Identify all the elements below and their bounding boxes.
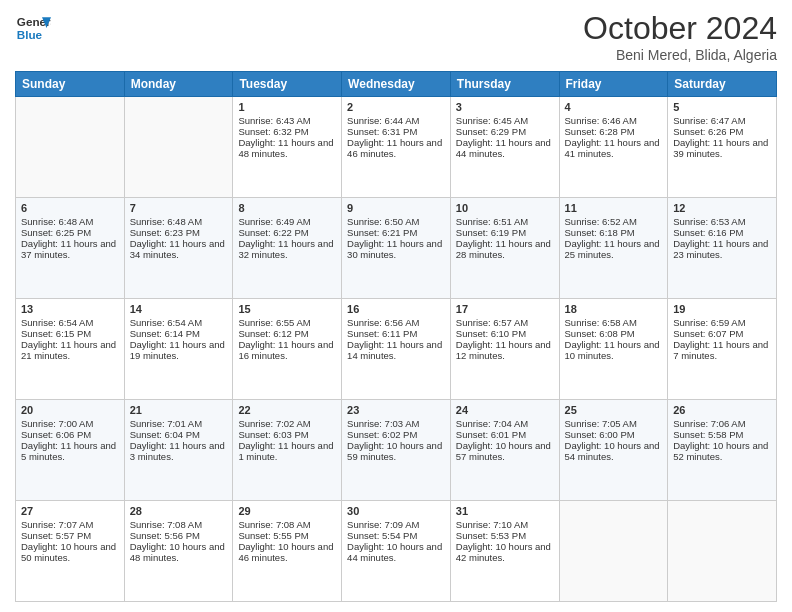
calendar-cell — [559, 501, 668, 602]
daylight-text: Daylight: 11 hours and 46 minutes. — [347, 137, 445, 159]
daylight-text: Daylight: 11 hours and 32 minutes. — [238, 238, 336, 260]
sunset-text: Sunset: 6:23 PM — [130, 227, 228, 238]
sunset-text: Sunset: 6:11 PM — [347, 328, 445, 339]
weekday-header-monday: Monday — [124, 72, 233, 97]
week-row-3: 13Sunrise: 6:54 AMSunset: 6:15 PMDayligh… — [16, 299, 777, 400]
sunrise-text: Sunrise: 7:00 AM — [21, 418, 119, 429]
day-number: 8 — [238, 202, 336, 214]
month-title: October 2024 — [583, 10, 777, 47]
calendar-cell: 17Sunrise: 6:57 AMSunset: 6:10 PMDayligh… — [450, 299, 559, 400]
daylight-text: Daylight: 11 hours and 14 minutes. — [347, 339, 445, 361]
day-number: 19 — [673, 303, 771, 315]
day-number: 25 — [565, 404, 663, 416]
day-number: 24 — [456, 404, 554, 416]
daylight-text: Daylight: 11 hours and 25 minutes. — [565, 238, 663, 260]
sunrise-text: Sunrise: 7:10 AM — [456, 519, 554, 530]
calendar-cell — [668, 501, 777, 602]
daylight-text: Daylight: 11 hours and 30 minutes. — [347, 238, 445, 260]
calendar-cell: 24Sunrise: 7:04 AMSunset: 6:01 PMDayligh… — [450, 400, 559, 501]
sunset-text: Sunset: 6:15 PM — [21, 328, 119, 339]
sunset-text: Sunset: 6:29 PM — [456, 126, 554, 137]
day-number: 30 — [347, 505, 445, 517]
day-number: 22 — [238, 404, 336, 416]
calendar-cell: 29Sunrise: 7:08 AMSunset: 5:55 PMDayligh… — [233, 501, 342, 602]
sunset-text: Sunset: 6:08 PM — [565, 328, 663, 339]
sunset-text: Sunset: 6:04 PM — [130, 429, 228, 440]
day-number: 18 — [565, 303, 663, 315]
calendar-cell: 8Sunrise: 6:49 AMSunset: 6:22 PMDaylight… — [233, 198, 342, 299]
calendar-cell: 5Sunrise: 6:47 AMSunset: 6:26 PMDaylight… — [668, 97, 777, 198]
sunrise-text: Sunrise: 7:09 AM — [347, 519, 445, 530]
weekday-header-sunday: Sunday — [16, 72, 125, 97]
daylight-text: Daylight: 10 hours and 48 minutes. — [130, 541, 228, 563]
day-number: 2 — [347, 101, 445, 113]
sunrise-text: Sunrise: 7:02 AM — [238, 418, 336, 429]
sunset-text: Sunset: 6:03 PM — [238, 429, 336, 440]
sunrise-text: Sunrise: 6:46 AM — [565, 115, 663, 126]
day-number: 28 — [130, 505, 228, 517]
daylight-text: Daylight: 10 hours and 42 minutes. — [456, 541, 554, 563]
calendar-cell: 10Sunrise: 6:51 AMSunset: 6:19 PMDayligh… — [450, 198, 559, 299]
calendar-cell: 31Sunrise: 7:10 AMSunset: 5:53 PMDayligh… — [450, 501, 559, 602]
calendar-cell: 26Sunrise: 7:06 AMSunset: 5:58 PMDayligh… — [668, 400, 777, 501]
sunrise-text: Sunrise: 6:45 AM — [456, 115, 554, 126]
calendar-cell: 9Sunrise: 6:50 AMSunset: 6:21 PMDaylight… — [342, 198, 451, 299]
sunrise-text: Sunrise: 6:54 AM — [21, 317, 119, 328]
sunrise-text: Sunrise: 7:06 AM — [673, 418, 771, 429]
daylight-text: Daylight: 10 hours and 54 minutes. — [565, 440, 663, 462]
weekday-header-tuesday: Tuesday — [233, 72, 342, 97]
weekday-header-saturday: Saturday — [668, 72, 777, 97]
sunrise-text: Sunrise: 7:07 AM — [21, 519, 119, 530]
calendar-cell: 15Sunrise: 6:55 AMSunset: 6:12 PMDayligh… — [233, 299, 342, 400]
weekday-header-friday: Friday — [559, 72, 668, 97]
sunset-text: Sunset: 6:31 PM — [347, 126, 445, 137]
daylight-text: Daylight: 11 hours and 37 minutes. — [21, 238, 119, 260]
weekday-header-thursday: Thursday — [450, 72, 559, 97]
sunrise-text: Sunrise: 6:48 AM — [21, 216, 119, 227]
calendar-cell: 7Sunrise: 6:48 AMSunset: 6:23 PMDaylight… — [124, 198, 233, 299]
weekday-header-row: SundayMondayTuesdayWednesdayThursdayFrid… — [16, 72, 777, 97]
page: General Blue October 2024 Beni Mered, Bl… — [0, 0, 792, 612]
week-row-1: 1Sunrise: 6:43 AMSunset: 6:32 PMDaylight… — [16, 97, 777, 198]
sunset-text: Sunset: 6:00 PM — [565, 429, 663, 440]
calendar-cell: 14Sunrise: 6:54 AMSunset: 6:14 PMDayligh… — [124, 299, 233, 400]
day-number: 10 — [456, 202, 554, 214]
sunrise-text: Sunrise: 6:44 AM — [347, 115, 445, 126]
calendar-cell: 4Sunrise: 6:46 AMSunset: 6:28 PMDaylight… — [559, 97, 668, 198]
day-number: 23 — [347, 404, 445, 416]
calendar-cell: 6Sunrise: 6:48 AMSunset: 6:25 PMDaylight… — [16, 198, 125, 299]
daylight-text: Daylight: 11 hours and 23 minutes. — [673, 238, 771, 260]
day-number: 6 — [21, 202, 119, 214]
sunset-text: Sunset: 6:01 PM — [456, 429, 554, 440]
calendar-cell: 13Sunrise: 6:54 AMSunset: 6:15 PMDayligh… — [16, 299, 125, 400]
daylight-text: Daylight: 11 hours and 5 minutes. — [21, 440, 119, 462]
daylight-text: Daylight: 11 hours and 48 minutes. — [238, 137, 336, 159]
sunrise-text: Sunrise: 7:01 AM — [130, 418, 228, 429]
calendar-table: SundayMondayTuesdayWednesdayThursdayFrid… — [15, 71, 777, 602]
week-row-5: 27Sunrise: 7:07 AMSunset: 5:57 PMDayligh… — [16, 501, 777, 602]
sunset-text: Sunset: 6:16 PM — [673, 227, 771, 238]
day-number: 21 — [130, 404, 228, 416]
day-number: 17 — [456, 303, 554, 315]
day-number: 20 — [21, 404, 119, 416]
calendar-cell: 28Sunrise: 7:08 AMSunset: 5:56 PMDayligh… — [124, 501, 233, 602]
title-block: October 2024 Beni Mered, Blida, Algeria — [583, 10, 777, 63]
day-number: 7 — [130, 202, 228, 214]
daylight-text: Daylight: 11 hours and 10 minutes. — [565, 339, 663, 361]
sunrise-text: Sunrise: 6:47 AM — [673, 115, 771, 126]
location: Beni Mered, Blida, Algeria — [583, 47, 777, 63]
week-row-4: 20Sunrise: 7:00 AMSunset: 6:06 PMDayligh… — [16, 400, 777, 501]
sunset-text: Sunset: 6:26 PM — [673, 126, 771, 137]
sunrise-text: Sunrise: 6:50 AM — [347, 216, 445, 227]
sunrise-text: Sunrise: 6:52 AM — [565, 216, 663, 227]
daylight-text: Daylight: 10 hours and 57 minutes. — [456, 440, 554, 462]
calendar-cell: 20Sunrise: 7:00 AMSunset: 6:06 PMDayligh… — [16, 400, 125, 501]
calendar-cell: 22Sunrise: 7:02 AMSunset: 6:03 PMDayligh… — [233, 400, 342, 501]
sunrise-text: Sunrise: 6:43 AM — [238, 115, 336, 126]
sunrise-text: Sunrise: 6:58 AM — [565, 317, 663, 328]
sunrise-text: Sunrise: 7:08 AM — [238, 519, 336, 530]
calendar-cell — [16, 97, 125, 198]
daylight-text: Daylight: 10 hours and 46 minutes. — [238, 541, 336, 563]
daylight-text: Daylight: 11 hours and 41 minutes. — [565, 137, 663, 159]
sunset-text: Sunset: 5:57 PM — [21, 530, 119, 541]
